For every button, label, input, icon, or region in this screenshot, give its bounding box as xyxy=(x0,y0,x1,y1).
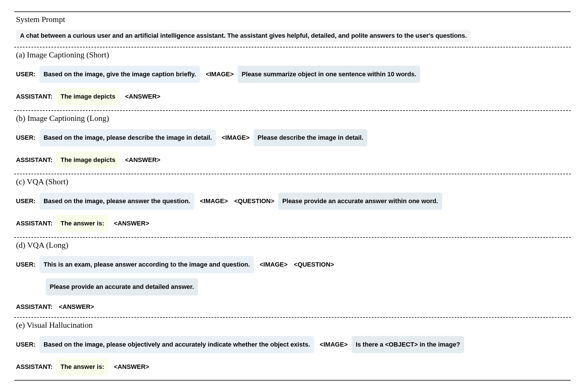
prompt-table: System Prompt A chat between a curious u… xyxy=(14,11,571,381)
user-prefix: Based on the image, please objectively a… xyxy=(39,336,314,353)
suffix-pre: Is there a xyxy=(356,341,385,348)
separator xyxy=(14,237,571,238)
assistant-prefix: The image depicts xyxy=(57,151,119,169)
section-b-user-line: USER: Based on the image, please describ… xyxy=(16,128,571,147)
image-token: <IMAGE> xyxy=(320,338,348,351)
user-label: USER: xyxy=(16,338,35,351)
image-token: <IMAGE> xyxy=(206,68,234,81)
image-token: <IMAGE> xyxy=(222,131,250,144)
answer-token: <ANSWER> xyxy=(125,90,160,103)
section-e-user-line: USER: Based on the image, please objecti… xyxy=(16,335,571,354)
user-label: USER: xyxy=(16,195,35,207)
answer-token: <ANSWER> xyxy=(59,301,94,313)
section-e-title: (e) Visual Hallucination xyxy=(16,321,571,330)
user-label: USER: xyxy=(16,131,35,144)
separator xyxy=(14,110,571,111)
section-a-user-line: USER: Based on the image, give the image… xyxy=(16,65,571,84)
system-prompt-heading: System Prompt xyxy=(16,15,571,24)
separator xyxy=(14,317,571,318)
answer-token: <ANSWER> xyxy=(114,361,149,373)
image-token: <IMAGE> xyxy=(260,258,288,271)
assistant-prefix: The answer is: xyxy=(57,215,108,232)
assistant-label: ASSISTANT: xyxy=(16,361,53,373)
section-d-user-line-2: Please provide an accurate and detailed … xyxy=(46,277,571,297)
section-c-title: (c) VQA (Short) xyxy=(16,177,571,186)
assistant-prefix: The answer is: xyxy=(57,358,108,375)
image-token: <IMAGE> xyxy=(200,195,228,207)
user-suffix: Please provide an accurate answer within… xyxy=(278,193,442,210)
user-prefix: Based on the image, please answer the qu… xyxy=(39,193,194,210)
assistant-label: ASSISTANT: xyxy=(16,217,53,230)
question-token: <QUESTION> xyxy=(294,258,334,271)
user-prefix: Based on the image, please describe the … xyxy=(39,129,216,146)
question-token: <QUESTION> xyxy=(234,195,275,207)
section-c-assistant-line: ASSISTANT: The answer is: <ANSWER> xyxy=(16,214,571,233)
separator xyxy=(14,47,571,47)
section-c-user-line: USER: Based on the image, please answer … xyxy=(16,191,571,211)
section-a-title: (a) Image Captioning (Short) xyxy=(16,50,571,59)
section-d-title: (d) VQA (Long) xyxy=(16,241,571,250)
section-b-assistant-line: ASSISTANT: The image depicts <ANSWER> xyxy=(16,150,571,170)
user-suffix: Please describe the image in detail. xyxy=(254,129,368,146)
user-suffix: Please summarize object in one sentence … xyxy=(238,66,420,83)
section-b-title: (b) Image Captioning (Long) xyxy=(16,114,571,123)
object-token: <OBJECT> xyxy=(385,341,418,348)
suffix-post: in the image? xyxy=(418,341,460,348)
section-d-user-line-1: USER: This is an exam, please answer acc… xyxy=(16,255,571,274)
answer-token: <ANSWER> xyxy=(114,217,149,230)
assistant-label: ASSISTANT: xyxy=(16,301,53,313)
user-suffix: Please provide an accurate and detailed … xyxy=(46,278,198,295)
separator xyxy=(14,174,571,174)
top-rule xyxy=(14,11,571,12)
assistant-prefix: The image depicts xyxy=(57,88,119,105)
section-d-assistant-line: ASSISTANT: <ANSWER> xyxy=(16,299,571,313)
section-a-assistant-line: ASSISTANT: The image depicts <ANSWER> xyxy=(16,87,571,106)
bottom-rule xyxy=(14,380,571,381)
user-suffix: Is there a <OBJECT> in the image? xyxy=(352,336,464,353)
assistant-label: ASSISTANT: xyxy=(16,154,53,166)
system-prompt-text: A chat between a curious user and an art… xyxy=(16,30,471,42)
user-label: USER: xyxy=(16,258,35,271)
section-e-assistant-line: ASSISTANT: The answer is: <ANSWER> xyxy=(16,357,571,377)
assistant-label: ASSISTANT: xyxy=(16,90,53,103)
user-label: USER: xyxy=(16,68,35,81)
user-prefix: Based on the image, give the image capti… xyxy=(39,66,200,83)
answer-token: <ANSWER> xyxy=(125,154,160,166)
user-prefix: This is an exam, please answer according… xyxy=(39,256,254,273)
